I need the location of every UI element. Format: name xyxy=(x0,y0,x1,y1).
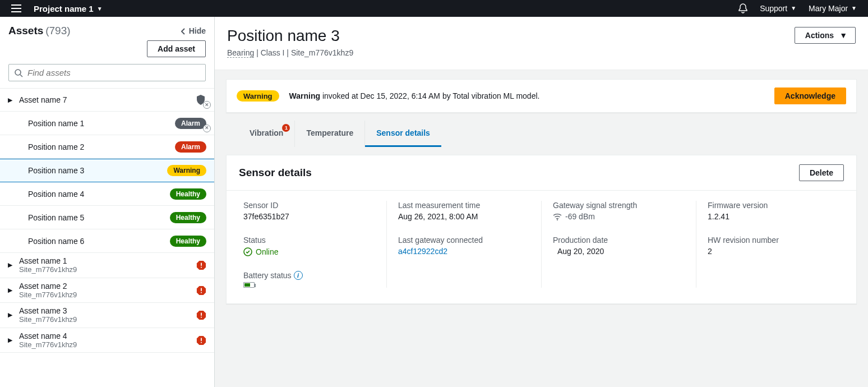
caret-down-icon: ▼ xyxy=(791,5,796,11)
tree-item-position[interactable]: Position name 4 Healthy xyxy=(0,182,214,206)
wifi-icon xyxy=(553,212,562,221)
field-firmware: Firmware version 1.2.41 xyxy=(708,201,839,221)
chevron-left-icon xyxy=(181,26,186,35)
search-input[interactable] xyxy=(27,68,200,77)
mute-x-icon: ✕ xyxy=(203,101,211,109)
warning-badge: Warning xyxy=(237,90,279,102)
tree-item-position[interactable]: Position name 1 Alarm ✕ xyxy=(0,112,214,135)
expand-icon[interactable]: ▶ xyxy=(8,337,15,344)
mute-x-icon: ✕ xyxy=(203,125,211,132)
tree-item-asset[interactable]: ▶Asset name 7 ✕ xyxy=(0,88,214,112)
tabs: Vibration 1 Temperature Sensor details xyxy=(226,113,857,147)
field-signal-strength: Gateway signal strength -69 dBm xyxy=(553,201,685,221)
status-badge-alarm: Alarm xyxy=(175,141,206,153)
status-badge-healthy: Healthy xyxy=(170,188,206,200)
tree-item-asset[interactable]: ▶ Asset name 4Site_m776v1khz9 xyxy=(0,328,214,353)
main-content: Position name 3 Bearing | Class I | Site… xyxy=(215,17,868,387)
tree-item-position-selected[interactable]: Position name 3 Warning xyxy=(0,159,214,182)
tab-sensor-details[interactable]: Sensor details xyxy=(365,121,441,147)
add-asset-button[interactable]: Add asset xyxy=(147,40,206,57)
caret-down-icon: ▼ xyxy=(839,31,847,40)
svg-rect-12 xyxy=(201,342,202,343)
panel-title: Sensor details xyxy=(239,167,312,179)
svg-rect-3 xyxy=(201,267,202,268)
sensor-details-panel: Sensor details Delete Sensor ID 37fe6351… xyxy=(226,155,857,304)
status-octagon-alert-icon xyxy=(196,335,206,345)
tree-item-asset[interactable]: ▶ Asset name 2Site_m776v1khz9 xyxy=(0,278,214,303)
project-selector[interactable]: Project name 1 ▼ xyxy=(34,4,103,13)
tree-item-asset[interactable]: ▶ Asset name 1Site_m776v1khz9 xyxy=(0,253,214,278)
info-icon[interactable]: i xyxy=(294,271,303,280)
status-shield-muted: ✕ xyxy=(195,94,206,105)
expand-icon[interactable]: ▶ xyxy=(8,261,15,269)
status-badge-alarm-muted: Alarm xyxy=(175,118,206,129)
svg-rect-6 xyxy=(201,292,202,293)
field-sensor-id: Sensor ID 37fe6351b27 xyxy=(243,201,375,221)
field-last-gateway: Last gateway connected a4cf12922cd2 xyxy=(398,236,530,256)
sidebar-count: (793) xyxy=(45,25,70,36)
acknowledge-button[interactable]: Acknowledge xyxy=(774,87,846,104)
caret-down-icon: ▼ xyxy=(97,6,103,12)
tree-item-position[interactable]: Position name 5 Healthy xyxy=(0,206,214,229)
field-last-measurement: Last measurement time Aug 26, 2021, 8:00… xyxy=(398,201,530,221)
svg-rect-5 xyxy=(201,288,202,291)
tab-vibration[interactable]: Vibration 1 xyxy=(238,121,295,147)
expand-icon[interactable]: ▶ xyxy=(8,287,15,294)
field-hw-revision: HW revision number 2 xyxy=(708,236,839,256)
tree-item-position[interactable]: Position name 6 Healthy xyxy=(0,229,214,253)
status-badge-warning: Warning xyxy=(167,165,206,176)
delete-button[interactable]: Delete xyxy=(799,164,844,181)
asset-tree: ▶Asset name 7 ✕ Position name 1 Alarm ✕ xyxy=(0,88,214,387)
svg-point-14 xyxy=(557,219,558,220)
hamburger-icon[interactable] xyxy=(11,4,21,12)
page-title: Position name 3 xyxy=(227,27,353,45)
field-production-date: Production date Aug 20, 2020 xyxy=(553,236,685,256)
search-input-wrapper[interactable] xyxy=(8,64,206,81)
gateway-link[interactable]: a4cf12922cd2 xyxy=(398,247,447,256)
status-badge-healthy: Healthy xyxy=(170,236,206,247)
tab-temperature[interactable]: Temperature xyxy=(295,121,365,147)
tree-item-position[interactable]: Position name 2 Alarm xyxy=(0,135,214,159)
field-status: Status Online xyxy=(243,236,375,256)
svg-point-0 xyxy=(15,70,21,75)
caret-down-icon: ▼ xyxy=(851,5,857,11)
status-octagon-alert-icon xyxy=(196,310,206,320)
hide-sidebar-button[interactable]: Hide xyxy=(181,26,206,35)
check-circle-icon xyxy=(243,247,252,256)
project-name: Project name 1 xyxy=(34,4,94,13)
svg-rect-11 xyxy=(201,338,202,340)
tree-item-asset[interactable]: ▶ Asset name 3Site_m776v1khz9 xyxy=(0,303,214,328)
tab-count-badge: 1 xyxy=(282,124,290,132)
expand-icon[interactable]: ▶ xyxy=(8,311,15,319)
expand-icon[interactable]: ▶ xyxy=(8,96,15,104)
support-menu[interactable]: Support ▼ xyxy=(760,4,796,13)
svg-rect-2 xyxy=(201,262,202,265)
breadcrumb: Bearing | Class I | Site_m776v1khz9 xyxy=(227,45,353,70)
user-menu[interactable]: Mary Major ▼ xyxy=(809,4,857,13)
svg-rect-9 xyxy=(201,317,202,318)
battery-icon xyxy=(243,282,255,288)
warning-alert: Warning Warning invoked at Dec 15, 2022,… xyxy=(226,79,857,113)
status-badge-healthy: Healthy xyxy=(170,212,206,223)
top-nav: Project name 1 ▼ Support ▼ Mary Major ▼ xyxy=(0,0,868,17)
actions-button[interactable]: Actions ▼ xyxy=(795,27,856,44)
sidebar: Assets (793) Hide Add asset xyxy=(0,17,215,387)
svg-rect-8 xyxy=(201,313,202,316)
notifications-icon[interactable] xyxy=(738,3,747,13)
status-octagon-alert-icon xyxy=(196,285,206,295)
search-icon xyxy=(15,68,23,77)
alert-message: Warning invoked at Dec 15, 2022, 6:14 AM… xyxy=(289,91,540,100)
status-octagon-alert-icon xyxy=(196,260,206,270)
field-battery: Battery statusi xyxy=(243,271,375,288)
sidebar-title: Assets xyxy=(8,25,43,36)
